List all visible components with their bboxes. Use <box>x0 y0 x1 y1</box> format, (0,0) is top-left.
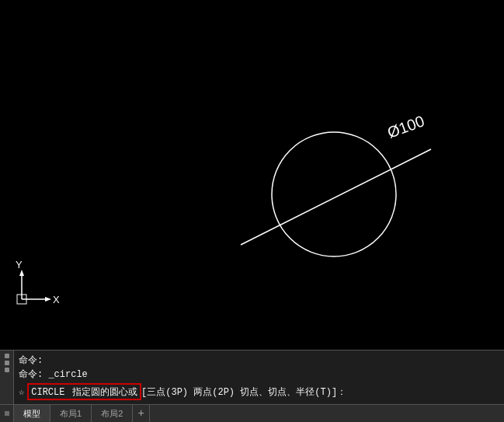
command-star: ☆ <box>19 386 24 398</box>
command-prompt-row: ☆ CIRCLE 指定圆的圆心或 [三点(3P) 两点(2P) 切点、切点、半径… <box>19 383 499 400</box>
command-options: [三点(3P) 两点(2P) 切点、切点、半径(T)]： <box>141 385 346 399</box>
tab-layout2[interactable]: 布局2 <box>92 405 133 423</box>
strip-dot-1 <box>5 354 9 358</box>
command-highlighted-label: CIRCLE 指定圆的圆心或 <box>27 383 141 400</box>
command-line-2: 命令: _circle <box>19 368 499 382</box>
command-panel: 命令: 命令: _circle ☆ CIRCLE 指定圆的圆心或 [三点(3P)… <box>0 350 504 422</box>
tab-model[interactable]: 模型 <box>14 405 50 423</box>
strip-dot-2 <box>5 361 9 365</box>
command-area[interactable]: 命令: 命令: _circle ☆ CIRCLE 指定圆的圆心或 [三点(3P)… <box>14 351 504 405</box>
drawing-canvas[interactable]: Y X Ø100 <box>0 0 504 350</box>
left-strip <box>0 351 14 405</box>
tab-bar-icon <box>0 405 14 423</box>
tab-bar: 模型 布局1 布局2 + <box>0 404 504 422</box>
svg-rect-0 <box>0 0 504 350</box>
tab-add-button[interactable]: + <box>133 405 150 423</box>
strip-dot-3 <box>5 368 9 372</box>
command-line-1: 命令: <box>19 354 499 368</box>
svg-text:Y: Y <box>16 259 23 270</box>
tab-layout1[interactable]: 布局1 <box>50 405 92 423</box>
svg-text:X: X <box>53 294 60 305</box>
